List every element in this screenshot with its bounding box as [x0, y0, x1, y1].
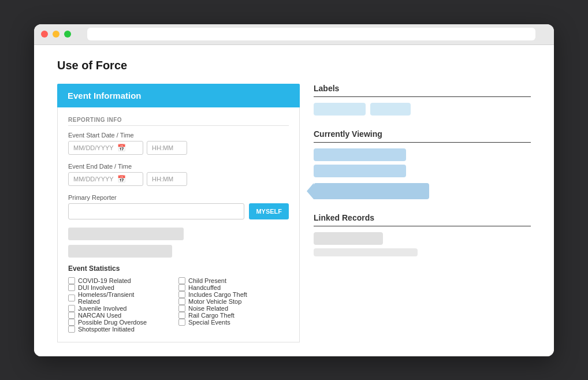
event-info-header: Event Information: [57, 84, 300, 107]
event-info-body: REPORTING INFO Event Start Date / Time M…: [57, 107, 300, 342]
right-panel: Labels Currently Viewing Linked R: [314, 84, 531, 342]
checkbox-rail-box[interactable]: [178, 312, 185, 319]
event-end-date-time-row: MM/DD/YYYY 📅 HH:MM: [68, 172, 289, 186]
checkbox-noise-box[interactable]: [178, 305, 185, 312]
calendar-icon-end: 📅: [117, 175, 126, 183]
event-end-time-input[interactable]: HH:MM: [147, 172, 187, 186]
checkbox-child[interactable]: Child Present: [178, 277, 289, 284]
checkbox-motor-label: Motor Vehicle Stop: [188, 298, 241, 305]
event-start-group: Event Start Date / Time MM/DD/YYYY 📅 HH:…: [68, 132, 289, 155]
checkbox-handcuffed-box[interactable]: [178, 284, 185, 291]
checkbox-juvenile-label: Juvenile Involved: [78, 305, 126, 312]
checkbox-dui-label: DUI Involved: [78, 284, 114, 291]
labels-title: Labels: [314, 84, 531, 97]
checkbox-rail[interactable]: Rail Cargo Theft: [178, 312, 289, 319]
labels-section: Labels: [314, 84, 531, 118]
checkbox-special[interactable]: Special Events: [178, 319, 289, 326]
time-placeholder-text: HH:MM: [152, 144, 173, 151]
checkbox-col-right: Child Present Handcuffed Includes Cargo …: [178, 277, 289, 333]
end-time-placeholder-text: HH:MM: [152, 176, 173, 182]
checkbox-covid-label: COVID-19 Related: [78, 277, 131, 284]
primary-reporter-row: MYSELF: [68, 203, 289, 219]
checkbox-narcan-box[interactable]: [68, 312, 75, 319]
calendar-icon: 📅: [117, 144, 126, 152]
checkbox-motor[interactable]: Motor Vehicle Stop: [178, 298, 289, 305]
checkbox-covid-box[interactable]: [68, 277, 75, 284]
date-placeholder-text: MM/DD/YYYY: [73, 144, 114, 151]
event-start-date-time-row: MM/DD/YYYY 📅 HH:MM: [68, 141, 289, 155]
checkbox-cargo-box[interactable]: [178, 291, 185, 298]
checkbox-handcuffed[interactable]: Handcuffed: [178, 284, 289, 291]
currently-viewing-section: Currently Viewing: [314, 129, 531, 202]
cv-bar-1: [314, 148, 406, 161]
page-content: Use of Force Event Information REPORTING…: [34, 45, 554, 356]
placeholder-bar-1: [68, 228, 184, 240]
event-statistics-label: Event Statistics: [68, 264, 289, 273]
reporter-input[interactable]: [68, 203, 244, 219]
checkbox-rail-label: Rail Cargo Theft: [188, 312, 235, 319]
placeholder-bar-2: [68, 245, 172, 258]
linked-records-bar-2: [314, 248, 418, 256]
primary-reporter-label: Primary Reporter: [68, 194, 289, 201]
checkbox-dui[interactable]: DUI Involved: [68, 284, 178, 291]
checkbox-juvenile-box[interactable]: [68, 305, 75, 312]
event-start-time-input[interactable]: HH:MM: [147, 141, 187, 155]
checkbox-shotspotter-box[interactable]: [68, 326, 75, 333]
linked-records-bar-1: [314, 232, 383, 245]
checkbox-drug-label: Possible Drug Overdose: [78, 319, 147, 326]
checkbox-col-left: COVID-19 Related DUI Involved Homeless/T…: [68, 277, 178, 333]
checkbox-covid[interactable]: COVID-19 Related: [68, 277, 178, 284]
end-date-placeholder-text: MM/DD/YYYY: [73, 176, 114, 182]
currently-viewing-title: Currently Viewing: [314, 129, 531, 143]
checkbox-child-label: Child Present: [188, 277, 226, 284]
main-layout: Event Information REPORTING INFO Event S…: [57, 84, 531, 342]
cv-arrow-bar[interactable]: [314, 183, 429, 199]
myself-button[interactable]: MYSELF: [249, 203, 289, 219]
checkbox-special-box[interactable]: [178, 319, 185, 326]
label-chips: [314, 103, 531, 116]
maximize-dot[interactable]: [64, 31, 71, 38]
checkbox-narcan[interactable]: NARCAN Used: [68, 312, 178, 319]
checkbox-homeless-label: Homeless/TransientRelated: [78, 291, 134, 305]
checkbox-juvenile[interactable]: Juvenile Involved: [68, 305, 178, 312]
event-end-date-input[interactable]: MM/DD/YYYY 📅: [68, 172, 143, 186]
checkbox-narcan-label: NARCAN Used: [78, 312, 121, 319]
event-start-label: Event Start Date / Time: [68, 132, 289, 139]
browser-bar: [34, 24, 554, 45]
linked-records-section: Linked Records: [314, 213, 531, 259]
checkbox-dui-box[interactable]: [68, 284, 75, 291]
event-end-group: Event End Date / Time MM/DD/YYYY 📅 HH:MM: [68, 163, 289, 186]
checkbox-shotspotter[interactable]: Shotspotter Initiated: [68, 326, 178, 333]
linked-records-title: Linked Records: [314, 213, 531, 226]
checkbox-child-box[interactable]: [178, 277, 185, 284]
checkbox-noise[interactable]: Noise Related: [178, 305, 289, 312]
label-chip-1: [314, 103, 366, 116]
checkbox-drug[interactable]: Possible Drug Overdose: [68, 319, 178, 326]
page-title: Use of Force: [57, 59, 531, 72]
checkboxes-grid: COVID-19 Related DUI Involved Homeless/T…: [68, 277, 289, 333]
minimize-dot[interactable]: [53, 31, 59, 38]
primary-reporter-group: Primary Reporter MYSELF: [68, 194, 289, 219]
checkbox-handcuffed-label: Handcuffed: [188, 284, 221, 291]
checkbox-special-label: Special Events: [188, 319, 230, 326]
checkbox-homeless[interactable]: Homeless/TransientRelated: [68, 291, 178, 305]
event-end-label: Event End Date / Time: [68, 163, 289, 170]
reporting-info-label: REPORTING INFO: [68, 117, 289, 126]
checkbox-cargo-label: Includes Cargo Theft: [188, 291, 247, 298]
close-dot[interactable]: [41, 31, 48, 38]
browser-window: Use of Force Event Information REPORTING…: [34, 24, 554, 356]
checkbox-homeless-box[interactable]: [68, 295, 75, 301]
cv-bar-2: [314, 165, 406, 177]
checkbox-drug-box[interactable]: [68, 319, 75, 326]
checkbox-motor-box[interactable]: [178, 298, 185, 305]
label-chip-2: [370, 103, 411, 116]
event-start-date-input[interactable]: MM/DD/YYYY 📅: [68, 141, 143, 155]
left-panel: Event Information REPORTING INFO Event S…: [57, 84, 300, 342]
address-bar[interactable]: [87, 28, 535, 40]
checkbox-noise-label: Noise Related: [188, 305, 228, 312]
checkbox-shotspotter-label: Shotspotter Initiated: [78, 326, 135, 333]
currently-viewing-bars: [314, 148, 531, 199]
checkbox-cargo[interactable]: Includes Cargo Theft: [178, 291, 289, 298]
